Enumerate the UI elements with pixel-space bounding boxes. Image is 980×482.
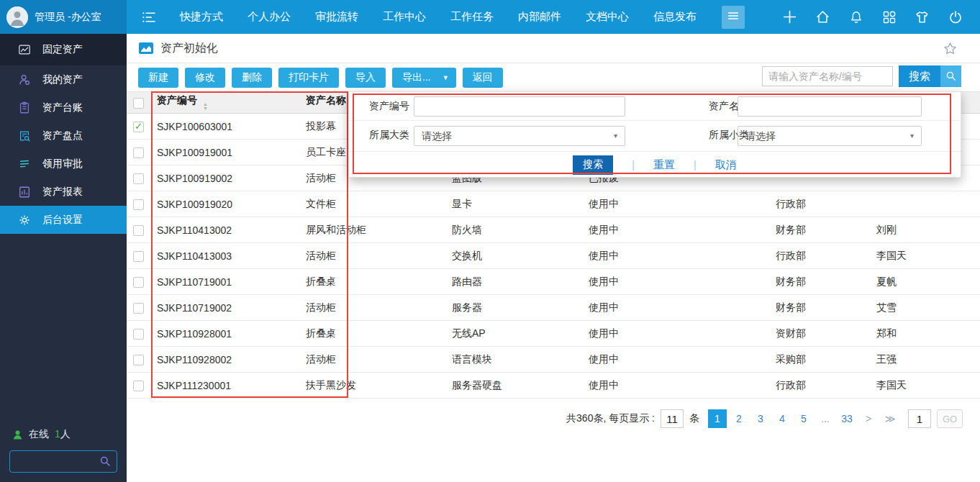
nav-item-6[interactable]: 内部邮件 — [518, 10, 561, 24]
hamburger-button[interactable] — [722, 6, 745, 29]
cell-user: 李国天 — [871, 373, 980, 399]
page-button-4[interactable]: 4 — [773, 409, 791, 428]
sidebar-item-4[interactable]: 资产盘点 — [0, 122, 127, 150]
nav-item-5[interactable]: 工作任务 — [450, 10, 494, 24]
minor-category-select[interactable]: 请选择 ▾ — [738, 126, 922, 146]
export-label: 导出... — [402, 71, 431, 83]
cell-asset-name: 折叠桌 — [300, 269, 446, 295]
list-lines-icon — [18, 158, 31, 170]
table-row[interactable]: SJKP111230001扶手黑沙发服务器硬盘使用中行政部李国天 — [127, 373, 980, 399]
export-button[interactable]: 导出...▼ — [392, 68, 456, 88]
nav-item-1[interactable]: 快捷方式 — [180, 10, 223, 24]
column-header-1[interactable]: 资产编号▲▼ — [151, 92, 300, 114]
go-button[interactable]: GO — [937, 409, 963, 428]
sidebar-item-6[interactable]: 资产报表 — [0, 178, 127, 206]
sidebar-item-3[interactable]: 资产台账 — [0, 94, 127, 122]
table-row[interactable]: SJKP110928001折叠桌无线AP使用中资财部郑和 — [127, 321, 980, 347]
panel-search-button[interactable]: 搜索 — [573, 155, 613, 175]
asset-code-input[interactable] — [414, 96, 625, 117]
table-row[interactable]: SJKP110719002活动柜服务器使用中财务部艾雪 — [127, 295, 980, 321]
nav-item-2[interactable]: 个人办公 — [248, 10, 291, 24]
sidebar-item-1[interactable]: 固定资产 — [0, 34, 127, 65]
page-size-unit: 条 — [689, 412, 699, 425]
toolbar-button-3[interactable]: 删除 — [232, 68, 272, 88]
row-checkbox[interactable] — [133, 381, 144, 391]
power-icon[interactable] — [948, 9, 963, 24]
toolbar-button-2[interactable]: 修改 — [185, 68, 225, 88]
row-checkbox[interactable] — [133, 251, 144, 262]
row-checkbox[interactable] — [133, 199, 144, 210]
page-button-1[interactable]: 1 — [708, 409, 727, 428]
page-button-3[interactable]: 3 — [751, 409, 770, 428]
cell-status: 使用中 — [583, 217, 770, 243]
toolbar-button-5[interactable]: 导入 — [345, 68, 386, 88]
nav-item-4[interactable]: 工作中心 — [383, 10, 426, 24]
asset-name-input[interactable] — [738, 96, 922, 117]
select-value: 请选择 — [422, 130, 452, 142]
last-page-button[interactable]: ≫ — [881, 409, 899, 428]
table-row[interactable]: SJKP110719001折叠桌路由器使用中财务部夏帆 — [127, 269, 980, 295]
row-checkbox[interactable] — [133, 303, 144, 314]
row-checkbox[interactable] — [133, 355, 144, 365]
page-button-2[interactable]: 2 — [730, 409, 748, 428]
search-icon[interactable] — [99, 455, 112, 468]
asset-search-input[interactable] — [762, 66, 893, 86]
doc-search-icon — [18, 129, 31, 142]
cell-status: 使用中 — [583, 269, 770, 295]
reset-button[interactable]: 重置 — [653, 158, 675, 172]
report-icon — [18, 186, 31, 199]
cell-status: 使用中 — [583, 373, 770, 399]
sidebar-item-7[interactable]: 后台设置 — [0, 206, 127, 234]
chart-area-icon — [18, 43, 31, 56]
table-row[interactable]: SJKP110928002活动柜语言模块使用中采购部王强 — [127, 347, 980, 373]
cancel-button[interactable]: 取消 — [715, 158, 737, 172]
total-records-text: 共360条, 每页显示 : — [566, 412, 655, 425]
search-button[interactable]: 搜索 — [899, 65, 940, 87]
list-icon[interactable] — [141, 9, 156, 24]
table-row[interactable]: SJKP110413003活动柜交换机使用中行政部李国天 — [127, 243, 980, 269]
home-icon[interactable] — [815, 9, 830, 24]
filter-row-1: 资产编号 资产名称 — [349, 92, 961, 121]
cell-asset-code: SJKP110928002 — [151, 347, 300, 373]
table-row[interactable]: SJKP100919020文件柜显卡使用中行政部 — [127, 191, 980, 217]
username: 管理员 -办公室 — [35, 11, 101, 24]
major-category-select[interactable]: 请选择 ▾ — [414, 126, 625, 146]
back-button[interactable]: 返回 — [463, 68, 503, 88]
row-checkbox[interactable] — [133, 173, 144, 184]
sidebar-item-2[interactable]: 我的资产 — [0, 65, 127, 94]
toolbar-button-4[interactable]: 打印卡片 — [278, 68, 339, 88]
sort-icon[interactable]: ▲▼ — [203, 102, 208, 111]
nav-item-7[interactable]: 文档中心 — [586, 10, 629, 24]
cell-checkbox — [127, 373, 151, 399]
favorite-star-icon[interactable] — [943, 42, 957, 55]
nav-item-3[interactable]: 审批流转 — [315, 10, 358, 24]
sidebar-search[interactable] — [9, 450, 117, 473]
select-all-checkbox[interactable] — [133, 98, 144, 109]
cell-user: 王强 — [871, 347, 980, 373]
page-size-input[interactable] — [661, 409, 684, 428]
plus-icon[interactable] — [782, 9, 797, 24]
page-button-33[interactable]: 33 — [838, 409, 856, 428]
goto-page-input[interactable] — [908, 409, 931, 428]
sidebar-item-5[interactable]: 领用审批 — [0, 150, 127, 178]
cell-asset-code: SJKP100603001 — [151, 114, 300, 140]
apps-icon[interactable] — [881, 9, 897, 24]
row-checkbox[interactable] — [133, 147, 144, 158]
bell-icon[interactable] — [848, 9, 863, 24]
page-button-5[interactable]: 5 — [794, 409, 813, 428]
chevron-down-icon: ▾ — [614, 127, 617, 145]
cell-asset-name2: 路由器 — [446, 269, 583, 295]
user-area[interactable]: 管理员 -办公室 — [0, 0, 127, 34]
toolbar-button-1[interactable]: 新建 — [138, 68, 178, 88]
next-page-button[interactable]: > — [859, 409, 878, 428]
table-row[interactable]: SJKP110413002屏风和活动柜防火墙使用中财务部刘刚 — [127, 217, 980, 243]
row-checkbox[interactable] — [133, 329, 144, 340]
nav-item-8[interactable]: 信息发布 — [653, 10, 697, 24]
cell-asset-name: 折叠桌 — [300, 321, 446, 347]
search-magnifier-button[interactable] — [940, 65, 961, 87]
shirt-icon[interactable] — [915, 9, 930, 24]
row-checkbox[interactable] — [133, 277, 144, 288]
row-checkbox[interactable] — [133, 122, 144, 132]
column-header-checkbox — [127, 92, 151, 114]
row-checkbox[interactable] — [133, 225, 144, 236]
